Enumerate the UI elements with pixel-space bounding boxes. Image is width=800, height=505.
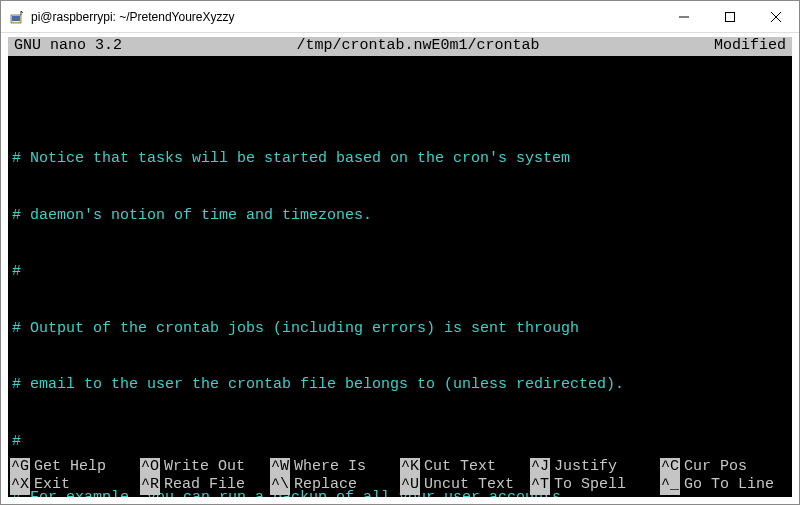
comment-line: # daemon's notion of time and timezones. [12,207,788,226]
shortcut-exit[interactable]: ^XExit [10,476,140,495]
titlebar[interactable]: pi@raspberrypi: ~/PretendYoureXyzzy [1,1,799,33]
shortcut-uncut-text[interactable]: ^UUncut Text [400,476,530,495]
footer-row: ^GGet Help ^OWrite Out ^WWhere Is ^KCut … [10,458,790,477]
svg-rect-3 [726,12,735,21]
close-button[interactable] [753,1,799,33]
editor-body[interactable]: # Notice that tasks will be started base… [8,56,792,504]
shortcut-write-out[interactable]: ^OWrite Out [140,458,270,477]
shortcut-read-file[interactable]: ^RRead File [140,476,270,495]
shortcut-to-spell[interactable]: ^TTo Spell [530,476,660,495]
shortcut-where-is[interactable]: ^WWhere Is [270,458,400,477]
nano-version: GNU nano 3.2 [14,37,132,56]
shortcut-cur-pos[interactable]: ^CCur Pos [660,458,790,477]
svg-rect-1 [12,16,20,21]
terminal[interactable]: GNU nano 3.2 /tmp/crontab.nwE0m1/crontab… [1,33,799,504]
app-window: pi@raspberrypi: ~/PretendYoureXyzzy GNU … [0,0,800,505]
nano-footer: ^GGet Help ^OWrite Out ^WWhere Is ^KCut … [8,458,792,498]
footer-row: ^XExit ^RRead File ^\Replace ^UUncut Tex… [10,476,790,495]
shortcut-replace[interactable]: ^\Replace [270,476,400,495]
window-title: pi@raspberrypi: ~/PretendYoureXyzzy [31,10,661,24]
nano-header: GNU nano 3.2 /tmp/crontab.nwE0m1/crontab… [8,37,792,56]
putty-icon [9,9,25,25]
comment-line: # [12,263,788,282]
shortcut-cut-text[interactable]: ^KCut Text [400,458,530,477]
blank-line [12,94,788,113]
comment-line: # [12,433,788,452]
comment-line: # email to the user the crontab file bel… [12,376,788,395]
comment-line: # Notice that tasks will be started base… [12,150,788,169]
nano-status: Modified [704,37,786,56]
nano-filepath: /tmp/crontab.nwE0m1/crontab [132,37,704,56]
shortcut-go-to-line[interactable]: ^_Go To Line [660,476,790,495]
shortcut-get-help[interactable]: ^GGet Help [10,458,140,477]
minimize-button[interactable] [661,1,707,33]
maximize-button[interactable] [707,1,753,33]
shortcut-justify[interactable]: ^JJustify [530,458,660,477]
comment-line: # Output of the crontab jobs (including … [12,320,788,339]
